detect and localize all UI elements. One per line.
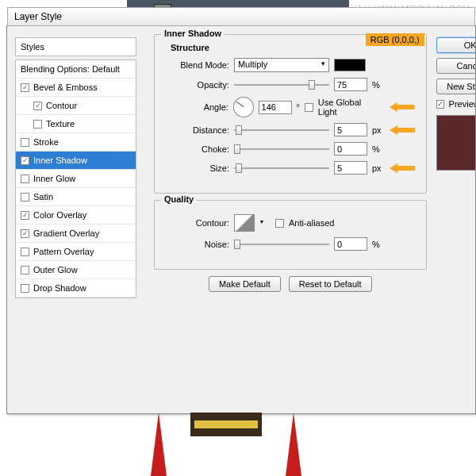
style-checkbox[interactable] <box>21 193 29 202</box>
style-row-satin[interactable]: Satin <box>16 188 136 206</box>
preview-swatch <box>436 115 475 171</box>
opacity-input[interactable] <box>334 78 367 91</box>
distance-unit: px <box>372 125 382 135</box>
style-label: Color Overlay <box>33 210 86 220</box>
svg-rect-6 <box>194 420 258 428</box>
style-label: Contour <box>46 101 77 110</box>
style-row-outer-glow[interactable]: Outer Glow <box>16 261 136 279</box>
use-global-light-checkbox[interactable] <box>305 103 313 112</box>
noise-unit: % <box>372 240 380 249</box>
background-artwork <box>127 413 325 476</box>
style-row-inner-shadow[interactable]: ✓Inner Shadow <box>16 152 136 170</box>
angle-input[interactable] <box>259 101 292 114</box>
style-label: Bevel & Emboss <box>33 83 98 92</box>
anti-aliased-label: Anti-aliased <box>289 218 334 228</box>
dialog-title: Layer Style <box>7 7 475 26</box>
svg-marker-4 <box>286 413 301 476</box>
angle-unit: ° <box>297 102 300 112</box>
style-label: Pattern Overlay <box>33 247 94 256</box>
noise-input[interactable] <box>334 237 367 251</box>
opacity-label: Opacity: <box>166 80 229 90</box>
style-checkbox[interactable] <box>21 266 29 274</box>
size-input[interactable] <box>334 161 367 175</box>
choke-input[interactable] <box>334 142 367 155</box>
opacity-unit: % <box>372 80 380 90</box>
svg-marker-0 <box>390 102 415 112</box>
blend-mode-dropdown[interactable]: Multiply <box>234 58 329 72</box>
style-label: Satin <box>33 192 53 202</box>
reset-default-button[interactable]: Reset to Default <box>289 276 372 292</box>
preview-checkbox[interactable]: ✓ <box>436 100 444 109</box>
noise-slider[interactable] <box>234 238 329 251</box>
style-checkbox[interactable] <box>21 175 29 183</box>
layer-style-dialog: Layer Style Styles Blending Options: Def… <box>6 25 476 414</box>
style-row-inner-glow[interactable]: Inner Glow <box>16 170 136 188</box>
use-global-light-label: Use Global Light <box>318 98 382 117</box>
style-checkbox[interactable]: ✓ <box>33 102 42 110</box>
anti-aliased-checkbox[interactable] <box>275 219 284 228</box>
inner-shadow-fieldset: Inner Shadow RGB (0,0,0,) Structure Blen… <box>154 34 427 194</box>
style-row-texture[interactable]: Texture <box>16 115 136 133</box>
style-checkbox[interactable]: ✓ <box>21 229 29 238</box>
style-row-contour[interactable]: ✓Contour <box>16 97 136 115</box>
style-label: Stroke <box>33 137 59 147</box>
style-label: Drop Shadow <box>33 283 86 293</box>
style-row-drop-shadow[interactable]: Drop Shadow <box>16 279 136 298</box>
style-label: Gradient Overlay <box>33 228 99 238</box>
quality-label: Quality <box>161 194 197 204</box>
choke-unit: % <box>372 144 380 154</box>
style-checkbox[interactable] <box>21 138 29 147</box>
arrow-icon <box>390 163 415 173</box>
style-checkbox[interactable]: ✓ <box>21 156 29 165</box>
angle-label: Angle: <box>166 102 228 112</box>
inner-shadow-title: Inner Shadow <box>161 29 225 38</box>
distance-label: Distance: <box>166 125 229 135</box>
distance-input[interactable] <box>334 123 367 136</box>
svg-marker-2 <box>390 163 415 173</box>
blend-mode-label: Blend Mode: <box>166 60 229 70</box>
style-label: Texture <box>46 119 75 129</box>
make-default-button[interactable]: Make Default <box>209 276 281 292</box>
svg-marker-3 <box>151 413 167 476</box>
blending-options-row[interactable]: Blending Options: Default <box>16 60 136 79</box>
style-row-pattern-overlay[interactable]: Pattern Overlay <box>16 243 136 261</box>
svg-marker-1 <box>390 125 415 135</box>
style-checkbox[interactable] <box>33 120 42 129</box>
style-checkbox[interactable]: ✓ <box>21 211 29 220</box>
distance-slider[interactable] <box>234 124 329 136</box>
settings-panel: Inner Shadow RGB (0,0,0,) Structure Blen… <box>144 26 436 413</box>
style-checkbox[interactable] <box>21 248 29 256</box>
style-label: Inner Shadow <box>33 155 87 165</box>
shadow-color-swatch[interactable] <box>334 59 366 71</box>
angle-dial[interactable] <box>233 97 254 117</box>
style-checkbox[interactable] <box>21 284 29 293</box>
style-row-bevel-emboss[interactable]: ✓Bevel & Emboss <box>16 79 136 97</box>
size-label: Size: <box>166 163 229 173</box>
contour-picker[interactable] <box>234 214 255 232</box>
style-label: Inner Glow <box>33 174 75 183</box>
preview-label: Preview <box>449 99 475 109</box>
contour-label: Contour: <box>166 218 229 228</box>
opacity-slider[interactable] <box>234 79 329 91</box>
noise-label: Noise: <box>166 240 229 249</box>
style-row-stroke[interactable]: Stroke <box>16 133 136 152</box>
ok-button[interactable]: OK <box>436 37 475 53</box>
style-checkbox[interactable]: ✓ <box>21 83 29 92</box>
choke-slider[interactable] <box>234 143 329 155</box>
styles-list: Blending Options: Default ✓Bevel & Embos… <box>15 60 136 298</box>
rgb-annotation: RGB (0,0,0,) <box>366 33 424 46</box>
style-label: Outer Glow <box>33 265 78 274</box>
size-unit: px <box>372 163 382 173</box>
arrow-icon <box>390 102 415 112</box>
choke-label: Choke: <box>166 144 229 154</box>
right-buttons-panel: OK Cancel New Style... ✓Preview <box>436 26 475 413</box>
style-row-color-overlay[interactable]: ✓Color Overlay <box>16 206 136 225</box>
styles-header[interactable]: Styles <box>15 37 136 56</box>
new-style-button[interactable]: New Style... <box>436 79 475 94</box>
quality-fieldset: Quality Contour: Anti-aliased Noise: % <box>154 200 427 270</box>
styles-panel: Styles Blending Options: Default ✓Bevel … <box>7 26 144 413</box>
arrow-icon <box>390 125 415 135</box>
cancel-button[interactable]: Cancel <box>436 58 475 74</box>
size-slider[interactable] <box>234 162 329 175</box>
style-row-gradient-overlay[interactable]: ✓Gradient Overlay <box>16 225 136 243</box>
